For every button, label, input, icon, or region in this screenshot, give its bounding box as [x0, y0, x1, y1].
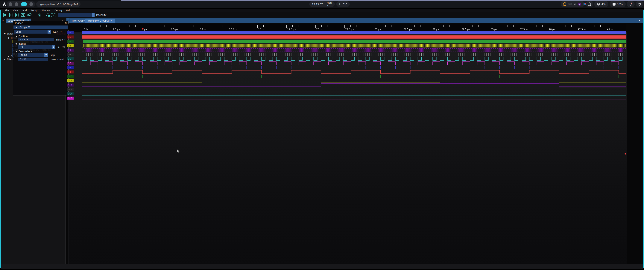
- start-arm-trigger-button[interactable]: [2, 13, 7, 18]
- history-button[interactable]: [20, 13, 26, 18]
- right-dock-tabbar: – Filter Graph Waveform Group 2 ✕ ✕: [66, 18, 643, 23]
- top-edge-strip-left: [0, 0, 121, 1]
- workspace-switcher[interactable]: [7, 1, 35, 7]
- collapse-arrow-icon[interactable]: ▼: [2, 19, 4, 22]
- trigger-edge-label: Edge: [50, 54, 56, 56]
- system-bar: ngscopeclient v0.1.1-320-gd9a2d025 - [..…: [0, 0, 644, 8]
- menu-add[interactable]: Add: [20, 9, 29, 12]
- force-trigger-button[interactable]: [14, 13, 20, 18]
- inputs-section-header[interactable]: ▼Inputs: [16, 42, 26, 45]
- cpu-icon: [597, 3, 600, 6]
- tree-collapse-arrow-icon[interactable]: ▶: [8, 55, 9, 57]
- trigger-level-label: Lower Level: [50, 58, 64, 61]
- trigger-din-combo[interactable]: D9: [18, 45, 52, 49]
- menu-window[interactable]: Window: [40, 9, 52, 12]
- tree-expand-arrow-icon[interactable]: ▼: [8, 37, 9, 39]
- browser-icon[interactable]: [563, 3, 566, 6]
- cpu-usage: 4%: [601, 3, 606, 6]
- trigger-level-input[interactable]: 0 mV: [18, 58, 48, 61]
- status-bar: [1, 264, 643, 269]
- workspace-dot-2[interactable]: [14, 2, 18, 6]
- intensity-label: Intensity: [96, 14, 106, 16]
- dock-collapse-dash-icon[interactable]: –: [67, 18, 69, 20]
- intensity-slider-handle[interactable]: [92, 13, 94, 17]
- intensity-slider-track[interactable]: [58, 13, 95, 17]
- tab-filter-graph-label: Filter Graph: [72, 20, 85, 22]
- mem-usage: 50%: [617, 3, 623, 6]
- tab-waveform-group-2-close-icon[interactable]: ✕: [111, 20, 112, 22]
- trigger-scope-header[interactable]: ▼ SLogic32: [14, 26, 68, 29]
- position-section-header[interactable]: ▼Position: [16, 35, 28, 38]
- measure-button[interactable]: [45, 13, 50, 18]
- clock-separator: ·: [324, 3, 325, 6]
- menu-debug[interactable]: Debug: [52, 9, 64, 12]
- single-trigger-button[interactable]: [8, 13, 14, 18]
- menu-view[interactable]: View: [11, 9, 20, 12]
- timeline-button[interactable]: [26, 13, 32, 18]
- tree-expand-arrow-icon[interactable]: ▼: [4, 59, 6, 61]
- tab-waveform-group-2-label: Waveform Group 2: [88, 20, 109, 22]
- launcher-logo-icon[interactable]: [2, 2, 7, 7]
- section-arrow-icon: ▼: [16, 27, 18, 29]
- clipboard-icon: [588, 3, 591, 6]
- tray-power[interactable]: [636, 1, 643, 7]
- toolbar: Intensity: [1, 12, 643, 18]
- tray-memory[interactable]: 50%: [610, 1, 626, 7]
- weather-pill[interactable]: ☾ 5°C: [336, 1, 350, 7]
- tree-item-filters[interactable]: ▼Filters: [4, 58, 14, 61]
- tray-notifications[interactable]: [627, 1, 635, 7]
- workspace-dot-1[interactable]: [8, 2, 12, 6]
- v-app-icon[interactable]: V: [578, 3, 581, 6]
- trigger-level-marker-icon[interactable]: [624, 153, 626, 155]
- tray-clipboard[interactable]: [586, 1, 593, 7]
- tray-cpu[interactable]: 4%: [594, 1, 608, 7]
- top-edge-strip-right: [121, 0, 644, 1]
- tree-expand-arrow-icon[interactable]: ▼: [4, 33, 6, 35]
- trigger-edge-combo[interactable]: Falling: [18, 53, 44, 57]
- settings-gear-button[interactable]: [37, 13, 42, 18]
- mouse-cursor: [177, 149, 181, 154]
- trigger-din-label: din(?): [57, 46, 65, 49]
- trigger-dialog-titlebar[interactable]: Trigger ✕: [13, 21, 68, 25]
- trigger-dialog-title: Trigger: [14, 22, 23, 24]
- notification-bell-icon: [629, 3, 632, 6]
- clock-pill[interactable]: 15:13:37 · Mon 27: [309, 1, 335, 7]
- combo-arrow-icon[interactable]: ▼: [48, 30, 51, 34]
- tab-filter-graph[interactable]: Filter Graph: [70, 19, 87, 23]
- window-title: ngscopeclient v0.1.1-320-gd9a2d025 - [..…: [39, 3, 78, 6]
- moon-icon: ☾: [339, 3, 341, 6]
- active-window-title-pill[interactable]: ngscopeclient v0.1.1-320-gd9a2d025 - [..…: [36, 1, 80, 7]
- screen: ngscopeclient v0.1.1-320-gd9a2d025 - [..…: [0, 0, 644, 270]
- clock-time: 15:13:37: [312, 3, 323, 6]
- menu-file[interactable]: File: [3, 9, 11, 12]
- tray-app-icons[interactable]: ⌨ V: [561, 1, 584, 7]
- menu-help[interactable]: Help: [64, 9, 73, 12]
- recorder-icon[interactable]: [574, 3, 576, 6]
- dock-close-icon[interactable]: ✕: [638, 19, 641, 22]
- waveform-plot[interactable]: [65, 23, 627, 109]
- trigger-type-combo[interactable]: Edge: [14, 30, 48, 34]
- tab-waveform-group-2[interactable]: Waveform Group 2 ✕: [85, 19, 115, 23]
- clock-date: Mon 27: [327, 1, 332, 7]
- parameters-section-header[interactable]: ▼Parameters: [16, 50, 32, 53]
- trigger-dialog[interactable]: Trigger ✕ ▼ SLogic32 Edge ▼ Type(?) ▼Pos…: [13, 21, 68, 95]
- workspace-dot-4[interactable]: [30, 2, 33, 6]
- weather-temp: 5°C: [343, 3, 347, 6]
- memory-icon: [612, 3, 616, 6]
- power-plug-icon: [638, 3, 641, 6]
- svg-text:V: V: [579, 3, 580, 5]
- menu-bar: File View Add Setup Window Debug Help: [1, 9, 643, 12]
- fit-view-button[interactable]: [51, 13, 56, 18]
- keyboard-icon[interactable]: ⌨: [568, 3, 572, 6]
- menu-setup[interactable]: Setup: [29, 9, 40, 12]
- trigger-type-label: Type(?): [52, 31, 62, 33]
- workspace-dot-3-active[interactable]: [21, 2, 27, 6]
- combo-arrow-icon[interactable]: ▼: [44, 53, 48, 57]
- trigger-delay-input[interactable]: 5.15 μs: [18, 38, 54, 41]
- combo-arrow-icon[interactable]: ▼: [52, 45, 55, 49]
